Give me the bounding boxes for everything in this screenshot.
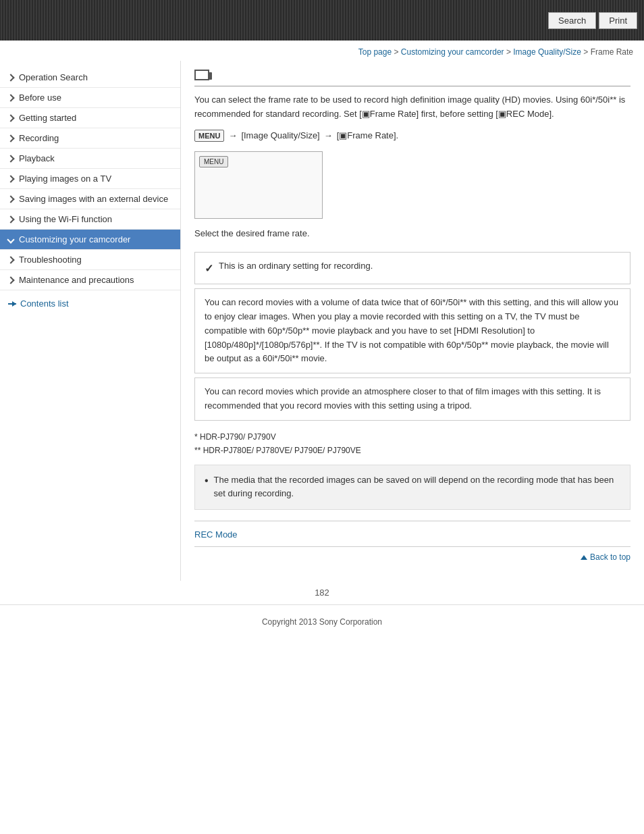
footnote-1: * HDR-PJ790/ PJ790V: [194, 430, 630, 444]
header-buttons: Search Print: [548, 12, 637, 29]
sidebar-item-recording[interactable]: Recording: [0, 128, 180, 149]
footnotes: * HDR-PJ790/ PJ790V ** HDR-PJ780E/ PJ780…: [194, 430, 630, 458]
arrow-icon: [7, 236, 14, 243]
up-arrow-icon: [581, 555, 587, 560]
sidebar-item-operation-search[interactable]: Operation Search: [0, 68, 180, 88]
copyright-text: Copyright 2013 Sony Corporation: [262, 617, 382, 627]
arrow-icon: [7, 94, 14, 101]
sidebar-item-troubleshooting[interactable]: Troubleshooting: [0, 250, 180, 270]
arrow-icon: [7, 175, 14, 182]
related-links: REC Mode: [194, 529, 630, 540]
screenshot-menu-btn: MENU: [199, 156, 228, 167]
select-frame-rate-text: Select the desired frame rate.: [194, 228, 630, 238]
intro-text: You can select the frame rate to be used…: [194, 93, 630, 122]
back-to-top-link[interactable]: Back to top: [581, 552, 630, 562]
print-button[interactable]: Print: [599, 12, 637, 29]
bullet-icon: •: [205, 472, 209, 490]
breadcrumb-section1-link[interactable]: Customizing your camcorder: [401, 47, 504, 57]
tip-text: The media that the recorded images can b…: [214, 473, 620, 502]
breadcrumb-sep2: >: [504, 47, 514, 57]
sidebar-label: Operation Search: [19, 72, 88, 82]
arrow-icon: [7, 256, 14, 263]
sidebar-label: Maintenance and precautions: [19, 275, 134, 285]
sidebar-label: Playing images on a TV: [19, 174, 111, 184]
arrow-seq-2: →: [324, 130, 333, 140]
sidebar-label: Customizing your camcorder: [19, 234, 130, 244]
search-button[interactable]: Search: [548, 12, 596, 29]
arrow-icon: [7, 114, 14, 122]
note-box-3: You can record movies which provide an a…: [194, 377, 630, 421]
sidebar-label: Using the Wi-Fi function: [19, 214, 112, 224]
main-layout: Operation Search Before use Getting star…: [0, 61, 644, 581]
arrow-icon: [7, 155, 14, 162]
arrow-seq-1: →: [228, 130, 237, 140]
sidebar: Operation Search Before use Getting star…: [0, 61, 181, 581]
sidebar-label: Saving images with an external device: [19, 194, 168, 204]
menu-step1: [Image Quality/Size]: [241, 130, 319, 140]
page-icon-section: [194, 68, 630, 86]
back-to-top-row: Back to top: [194, 546, 630, 567]
contents-list-label: Contents list: [20, 298, 69, 309]
sidebar-label: Before use: [19, 93, 61, 103]
breadcrumb-sep3: >: [581, 47, 591, 57]
sidebar-item-wifi[interactable]: Using the Wi-Fi function: [0, 209, 180, 230]
sidebar-label: Recording: [19, 133, 59, 143]
note-text-3: You can record movies which provide an a…: [205, 385, 620, 413]
rec-mode-link[interactable]: REC Mode: [194, 529, 238, 540]
sidebar-item-playing-images-tv[interactable]: Playing images on a TV: [0, 169, 180, 189]
arrow-right-icon: [8, 303, 16, 305]
note-text-1: This is an ordinary setting for recordin…: [219, 259, 373, 273]
note-text-2: You can record movies with a volume of d…: [205, 296, 620, 366]
page-number: 182: [0, 581, 644, 604]
breadcrumb-sep1: >: [392, 47, 401, 57]
footnote-2: ** HDR-PJ780E/ PJ780VE/ PJ790E/ PJ790VE: [194, 444, 630, 457]
sidebar-label: Playback: [19, 153, 55, 163]
tip-bullet: • The media that the recorded images can…: [205, 473, 620, 502]
note-box-1: ✓ This is an ordinary setting for record…: [194, 252, 630, 285]
menu-step2: [▣Frame Rate].: [337, 130, 398, 140]
arrow-icon: [7, 195, 14, 203]
arrow-icon: [7, 276, 14, 284]
sidebar-item-saving-images[interactable]: Saving images with an external device: [0, 189, 180, 209]
sidebar-item-maintenance[interactable]: Maintenance and precautions: [0, 270, 180, 290]
tip-box: • The media that the recorded images can…: [194, 465, 630, 511]
menu-instruction: MENU → [Image Quality/Size] → [▣Frame Ra…: [194, 130, 630, 142]
note-box-2: You can record movies with a volume of d…: [194, 288, 630, 373]
breadcrumb-top-link[interactable]: Top page: [358, 47, 392, 57]
sidebar-item-customizing[interactable]: Customizing your camcorder: [0, 230, 180, 250]
screenshot-mockup: MENU: [194, 151, 323, 219]
header: Search Print: [0, 0, 644, 41]
arrow-icon: [7, 134, 14, 142]
content-area: You can select the frame rate to be used…: [181, 61, 644, 581]
menu-box-label: MENU: [194, 130, 224, 142]
sidebar-item-playback[interactable]: Playback: [0, 149, 180, 169]
sidebar-label: Getting started: [19, 113, 76, 123]
breadcrumb-section2-link[interactable]: Image Quality/Size: [513, 47, 581, 57]
divider: [194, 521, 630, 521]
arrow-icon: [7, 215, 14, 223]
sidebar-item-before-use[interactable]: Before use: [0, 88, 180, 108]
arrow-icon: [7, 74, 14, 81]
camcorder-icon: [194, 70, 209, 80]
breadcrumb-current: Frame Rate: [591, 47, 633, 57]
sidebar-label: Troubleshooting: [19, 255, 82, 265]
footer: Copyright 2013 Sony Corporation: [0, 604, 644, 639]
breadcrumb: Top page > Customizing your camcorder > …: [0, 41, 644, 61]
checkmark-icon: ✓: [205, 260, 213, 278]
back-to-top-label: Back to top: [590, 552, 630, 562]
contents-list-link[interactable]: Contents list: [0, 290, 180, 315]
sidebar-item-getting-started[interactable]: Getting started: [0, 108, 180, 128]
